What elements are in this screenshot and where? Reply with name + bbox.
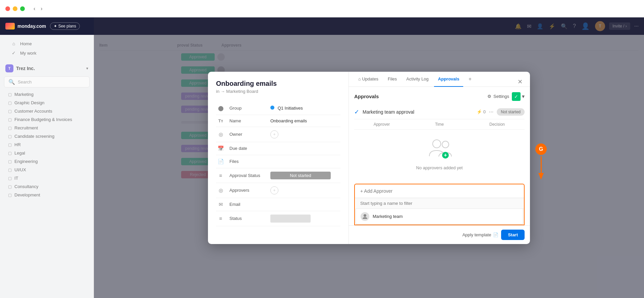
board-item-customeraccounts[interactable]: ▢ Customer Accounts — [0, 107, 94, 115]
home-icon: ⌂ — [11, 41, 17, 46]
group-field-value: Q1 Initiatives — [270, 106, 340, 111]
board-label: HR — [14, 142, 21, 147]
tab-activitylog[interactable]: Activity Log — [402, 72, 432, 87]
board-icon: ▢ — [8, 184, 12, 189]
board-item-graphicdesign[interactable]: ▢ Graphic Design — [0, 99, 94, 107]
approval-more-button[interactable]: ··· — [489, 109, 493, 115]
updates-tab-label: Updates — [362, 76, 378, 81]
field-approvers: ◎ Approvers + — [216, 183, 340, 198]
tab-approvals[interactable]: Approvals — [434, 72, 464, 87]
board-label: Graphic Design — [14, 100, 45, 105]
status-field-value — [270, 215, 340, 223]
approvals-header: Approvals ⚙ Settings ✓ ▾ — [354, 92, 525, 101]
settings-icon: ⚙ — [487, 94, 491, 99]
board-icon: ▢ — [8, 151, 12, 156]
search-bar[interactable]: 🔍 Search — [4, 76, 90, 87]
approval-status-toggle: ✓ ▾ — [512, 92, 525, 101]
board-icon: ▢ — [8, 134, 12, 139]
board-item-consultancy[interactable]: ▢ Consultancy — [0, 182, 94, 191]
board-item-engineering[interactable]: ▢ Engineering — [0, 157, 94, 166]
board-item-legal[interactable]: ▢ Legal — [0, 149, 94, 157]
modal: ✕ Onboarding emails in → Marketing Board… — [208, 72, 530, 244]
field-group: ⬤ Group Q1 Initiatives — [216, 102, 340, 115]
pointer-indicator: G — [535, 143, 547, 180]
approver-filter-input[interactable] — [356, 198, 525, 209]
board-item-development[interactable]: ▢ Development — [0, 191, 94, 199]
approval-count-value: 0 — [483, 109, 486, 114]
board-item-finance[interactable]: ▢ Finance Budgeting & Invoices — [0, 115, 94, 124]
approval-count: ⚡ 0 — [477, 109, 486, 114]
approval-status-badge[interactable]: Not started — [270, 172, 331, 179]
owner-avatar-placeholder[interactable]: + — [270, 130, 278, 138]
pointer-arrow-head — [538, 173, 544, 180]
approval-item-name: Marketing team approval — [363, 109, 473, 115]
close-button[interactable] — [5, 6, 10, 11]
field-email: ✉ Email — [216, 198, 340, 211]
field-duedate: 📅 Due date — [216, 142, 340, 155]
workspace-header[interactable]: T Trez Inc. ▾ — [0, 62, 94, 75]
mywork-icon: ✓ — [11, 50, 17, 56]
modal-close-button[interactable]: ✕ — [515, 77, 525, 86]
board-item-candidatescreening[interactable]: ▢ Candidate screening — [0, 132, 94, 140]
search-bar-icon: 🔍 — [8, 79, 15, 85]
svg-text:+: + — [444, 152, 447, 158]
add-approver-input[interactable] — [355, 184, 524, 198]
approvers-illustration: + — [426, 138, 453, 161]
settings-button[interactable]: ⚙ Settings — [487, 94, 509, 99]
minimize-button[interactable] — [13, 6, 17, 11]
approvals-content: Approvals ⚙ Settings ✓ ▾ — [349, 87, 530, 184]
modal-container: ✕ Onboarding emails in → Marketing Board… — [94, 17, 644, 298]
board-label: Candidate screening — [14, 134, 54, 139]
board-label: UI/UX — [14, 167, 26, 172]
add-approver-container: Marketing team — [354, 184, 525, 225]
board-item-uiux[interactable]: ▢ UI/UX — [0, 166, 94, 174]
modal-subtitle: in → Marketing Board — [216, 89, 340, 94]
modal-subtitle-text: in → Marketing Board — [216, 89, 258, 94]
board-icon: ▢ — [8, 142, 12, 147]
name-field-value: Onboarding emails — [270, 118, 340, 123]
board-icon: ▢ — [8, 126, 12, 130]
decision-col-label: Decision — [470, 122, 525, 127]
add-tab-button[interactable]: + — [466, 75, 474, 83]
apply-template-button[interactable]: Apply template 📄 — [462, 232, 498, 237]
approvers-field-value: + — [270, 186, 340, 194]
tab-files[interactable]: Files — [384, 72, 401, 87]
sidebar-item-mywork[interactable]: ✓ My work — [5, 48, 88, 58]
board-label: IT — [14, 176, 18, 181]
settings-label: Settings — [493, 94, 509, 99]
board-icon: ▢ — [8, 176, 12, 181]
status-color-block — [270, 215, 311, 223]
back-button[interactable]: ‹ — [32, 5, 37, 12]
workspace-avatar: T — [5, 64, 13, 72]
files-field-label: Files — [229, 159, 266, 164]
sidebar-item-home[interactable]: ⌂ Home — [5, 39, 88, 48]
add-approver-section: Marketing team G — [349, 184, 530, 225]
owner-field-label: Owner — [229, 132, 266, 137]
board-icon: ▢ — [8, 117, 12, 122]
field-status: ≡ Status — [216, 211, 340, 226]
board-item-marketing[interactable]: ▢ Marketing — [0, 90, 94, 99]
maximize-button[interactable] — [20, 6, 25, 11]
board-item-recruitment[interactable]: ▢ Recruitment — [0, 124, 94, 132]
monday-logo-icon — [5, 23, 15, 29]
forward-button[interactable]: › — [39, 5, 44, 12]
mywork-label: My work — [20, 51, 36, 56]
modal-left-panel: Onboarding emails in → Marketing Board ⬤… — [208, 72, 349, 244]
approvers-avatar-placeholder[interactable]: + — [270, 186, 278, 194]
start-button[interactable]: Start — [501, 230, 525, 240]
team-avatar-icon — [361, 212, 369, 221]
modal-title: Onboarding emails — [216, 80, 340, 87]
board-label: Customer Accounts — [14, 109, 52, 114]
check-toggle-icon: ✓ — [512, 92, 521, 101]
approval-check-icon: ✓ — [354, 108, 359, 116]
apply-template-label: Apply template — [462, 232, 491, 237]
no-approvers-text: No approvers added yet — [416, 165, 463, 170]
approvals-tab-label: Approvals — [438, 76, 460, 81]
board-item-hr[interactable]: ▢ HR — [0, 140, 94, 149]
email-field-icon: ✉ — [216, 201, 225, 207]
approver-option-marketing-team[interactable]: Marketing team — [356, 209, 523, 225]
see-plans-button[interactable]: ✦ See plans — [50, 22, 80, 30]
tab-updates[interactable]: ⌂ Updates — [354, 72, 382, 87]
board-label: Legal — [14, 151, 25, 156]
board-item-it[interactable]: ▢ IT — [0, 174, 94, 182]
